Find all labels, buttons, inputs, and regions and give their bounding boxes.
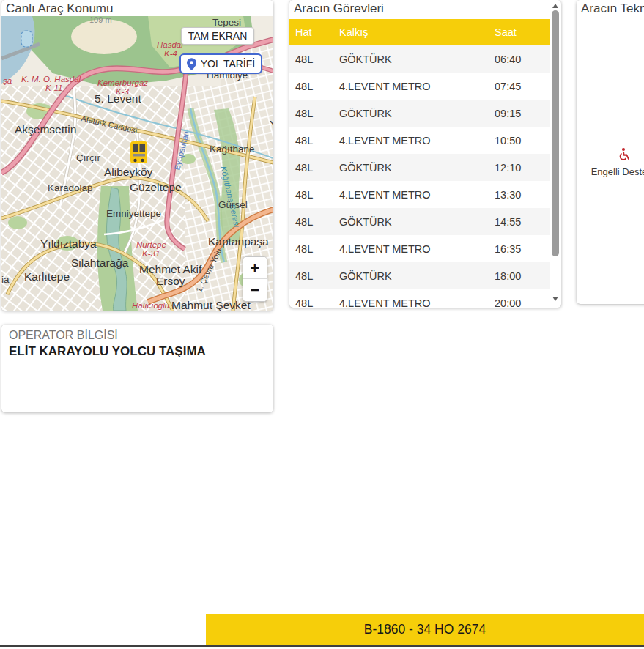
scrollbar[interactable]: [550, 1, 560, 303]
operator-panel-title: OPERATOR BİLGİSİ: [9, 329, 266, 342]
tasks-panel-title: Aracın Görevleri: [289, 0, 561, 18]
scrollbar-down-arrow[interactable]: [552, 297, 558, 301]
task-row: 48L4.LEVENT METRO10:50: [289, 127, 550, 154]
map-label: Hasdal: [157, 40, 183, 49]
map-label: Ersoy: [156, 275, 185, 287]
map-clearing: [71, 19, 137, 54]
map-label: Kemerburgaz: [97, 78, 148, 87]
task-cell-kalkis: GÖKTÜRK: [339, 270, 495, 282]
task-cell-saat: 18:00: [495, 270, 550, 282]
task-row: 48LGÖKTÜRK12:10: [289, 154, 550, 181]
task-cell-kalkis: GÖKTÜRK: [339, 53, 495, 65]
zoom-in-button[interactable]: +: [243, 257, 267, 279]
map-label: Mahmut Şevket: [171, 299, 251, 311]
fullscreen-button-label: TAM EKRAN: [188, 30, 248, 42]
tasks-table-header: Hat Kalkış Saat: [289, 19, 550, 45]
live-location-panel: Canlı Araç Konumu: [1, 0, 273, 311]
operator-name: ELİT KARAYOLU YOLCU TAŞIMA: [9, 344, 266, 359]
task-cell-saat: 06:40: [495, 53, 550, 65]
bus-marker[interactable]: [130, 141, 147, 163]
map-label: K-4: [164, 49, 177, 58]
task-cell-kalkis: GÖKTÜRK: [339, 108, 495, 119]
task-cell-hat: 48L: [289, 162, 339, 174]
operator-info-panel: OPERATOR BİLGİSİ ELİT KARAYOLU YOLCU TAŞ…: [1, 324, 273, 412]
map-label: Akşemsettin: [15, 123, 76, 136]
task-cell-hat: 48L: [289, 81, 339, 92]
bottom-divider: [0, 645, 644, 647]
task-cell-saat: 20:00: [495, 297, 550, 308]
directions-button-label: YOL TARİFİ: [201, 58, 255, 70]
tasks-table-body: 48LGÖKTÜRK06:4048L4.LEVENT METRO07:4548L…: [289, 45, 550, 308]
column-header-saat: Saat: [495, 26, 550, 38]
task-cell-hat: 48L: [289, 135, 339, 147]
map-label: K-11: [45, 84, 62, 92]
map-label: Silahtarağa: [71, 256, 129, 269]
tasks-table: Hat Kalkış Saat 48LGÖKTÜRK06:4048L4.LEVE…: [289, 19, 550, 308]
map-pond: [21, 31, 32, 47]
directions-button[interactable]: YOL TARİFİ: [179, 53, 262, 74]
task-cell-hat: 48L: [289, 297, 339, 308]
column-header-hat: Hat: [289, 26, 339, 38]
task-cell-kalkis: 4.LEVENT METRO: [339, 243, 495, 255]
map-label: Nurtepe: [136, 240, 166, 249]
tech-panel-title: Aracın Teknik: [577, 0, 644, 18]
zoom-out-button[interactable]: −: [243, 279, 267, 301]
task-cell-kalkis: 4.LEVENT METRO: [339, 81, 495, 92]
task-cell-kalkis: 4.LEVENT METRO: [339, 189, 495, 201]
task-cell-saat: 14:55: [495, 216, 550, 228]
map-label: Halıcıoğlu: [132, 301, 170, 310]
task-cell-hat: 48L: [289, 243, 339, 255]
task-cell-hat: 48L: [289, 189, 339, 201]
task-cell-hat: 48L: [289, 270, 339, 282]
map[interactable]: 109 mTepesiHasdalK-4K. M. O. HasdalK-11K…: [1, 16, 273, 311]
tech-feature-disabled-support: Engelli Desteği: [582, 147, 644, 177]
vehicle-id-bar: B-1860 - 34 HO 2674: [206, 614, 644, 645]
vehicle-tech-panel: Aracın Teknik Engelli Desteği: [577, 0, 644, 304]
map-park: [8, 216, 27, 229]
map-label: Çırçır: [76, 152, 100, 163]
map-label: ia: [1, 274, 10, 285]
tech-feature-label: Engelli Desteği: [582, 166, 644, 177]
vehicle-tasks-panel: Aracın Görevleri Hat Kalkış Saat 48LGÖKT…: [289, 0, 561, 308]
map-label: Kağıthane: [210, 144, 255, 155]
map-zoom-control: + −: [243, 256, 267, 302]
map-label: K-31: [142, 249, 160, 258]
map-label: Karadolap: [48, 182, 93, 193]
task-cell-kalkis: 4.LEVENT METRO: [339, 297, 495, 308]
wheelchair-icon: [616, 147, 629, 161]
map-label: Tepesi: [212, 17, 241, 28]
map-label: Y: [270, 118, 273, 130]
map-label: Mehmet Akif: [139, 263, 202, 275]
map-label: Emniyettepe: [106, 208, 161, 219]
map-label: K. M. O. Hasdal: [21, 75, 81, 84]
map-label: şa: [3, 76, 12, 85]
task-cell-hat: 48L: [289, 53, 339, 65]
task-row: 48L4.LEVENT METRO13:30: [289, 181, 550, 208]
task-row: 48LGÖKTÜRK09:15: [289, 100, 550, 127]
task-cell-saat: 12:10: [495, 162, 550, 174]
task-cell-saat: 07:45: [495, 81, 550, 92]
task-row: 48L4.LEVENT METRO20:00: [289, 289, 550, 308]
task-row: 48LGÖKTÜRK14:55: [289, 208, 550, 235]
task-cell-saat: 16:35: [495, 243, 550, 255]
task-cell-saat: 10:50: [495, 135, 550, 147]
map-label: Yıldıztabya: [40, 237, 97, 250]
task-row: 48LGÖKTÜRK18:00: [289, 262, 550, 289]
location-pin-icon: [187, 58, 196, 70]
scrollbar-thumb[interactable]: [552, 10, 559, 256]
task-cell-saat: 13:30: [495, 189, 550, 201]
scrollbar-up-arrow[interactable]: [552, 4, 558, 8]
task-cell-kalkis: 4.LEVENT METRO: [339, 135, 495, 147]
map-panel-title: Canlı Araç Konumu: [1, 0, 273, 18]
task-row: 48L4.LEVENT METRO16:35: [289, 235, 550, 262]
task-cell-hat: 48L: [289, 108, 339, 119]
fullscreen-button[interactable]: TAM EKRAN: [181, 27, 254, 45]
map-label: 109 m: [89, 16, 112, 24]
task-cell-saat: 09:15: [495, 108, 550, 119]
map-label: Karlıtepe: [24, 270, 70, 283]
vehicle-id-label: B-1860 - 34 HO 2674: [364, 622, 486, 637]
task-cell-hat: 48L: [289, 216, 339, 228]
task-row: 48L4.LEVENT METRO07:45: [289, 73, 550, 100]
task-row: 48LGÖKTÜRK06:40: [289, 45, 550, 73]
task-cell-kalkis: GÖKTÜRK: [339, 216, 495, 228]
